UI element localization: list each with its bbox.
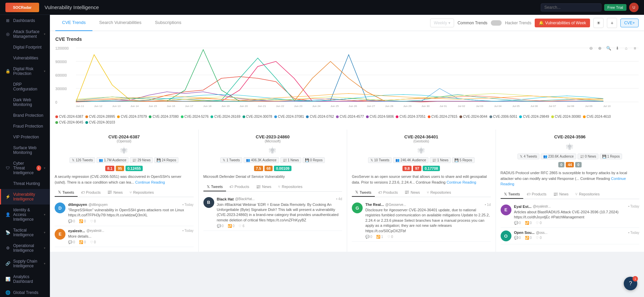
card-tab-repos[interactable]: ⑂ Repositories	[126, 188, 157, 197]
cve-card-header: CVE-2024-3596	[501, 134, 640, 139]
card-tab-tweets[interactable]: 𝕏 Tweets	[203, 183, 226, 191]
menu-icon[interactable]: ≡	[631, 45, 639, 52]
tweet-name: dtbnguyen	[68, 202, 87, 207]
free-trial-button[interactable]: Free Trial	[604, 4, 626, 11]
sidebar-item-analytics[interactable]: 📊 Analytics Dashboard	[0, 271, 50, 287]
vulnerabilities-of-week-button[interactable]: 🔔 Vulnerabilities of Week	[535, 19, 590, 27]
tab-cve-trends[interactable]: CVE Trends	[55, 15, 92, 31]
tweet-reply[interactable]: 💬 0	[68, 240, 75, 244]
cve-card-header: CVE-2023-24860 (Microsoft)	[203, 134, 342, 143]
download-icon[interactable]: ⬇	[614, 45, 621, 52]
sidebar-item-digital-risk[interactable]: 🔒 Digital Risk Protection ▾	[0, 63, 50, 79]
period-selector[interactable]: Weekly ▾	[430, 19, 454, 27]
card-tab-products[interactable]: 🏷 Products	[375, 188, 401, 197]
sidebar-item-cyber-threat[interactable]: 🛡 Cyber Threat Intelligence 1 ▾	[0, 158, 50, 178]
read-more-link[interactable]: Continue Reading	[501, 177, 626, 186]
legend-label: CVE-2024-5806	[370, 115, 394, 118]
cve-card-header: CVE-2024-36401 (Geotools)	[352, 134, 491, 143]
tweet-like[interactable]: ♡ 0	[387, 235, 393, 239]
tweet-like[interactable]: ♡ 0	[536, 221, 541, 225]
card-tab-tweets[interactable]: 𝕏 Tweets	[352, 188, 375, 197]
tweet-like[interactable]: ♡ 0	[90, 240, 96, 244]
sidebar-item-attack-surface[interactable]: ◎ Attack Surface Management ▾	[0, 26, 50, 42]
svg-text:Jun 28: Jun 28	[385, 105, 393, 108]
help-button[interactable]: ? 1	[624, 277, 637, 290]
card-tab-tweets[interactable]: 𝕏 Tweets	[501, 190, 524, 199]
avatar-initial: B	[207, 200, 210, 205]
sidebar-item-vip-protection[interactable]: VIP Protection	[0, 132, 50, 142]
read-more-link[interactable]: Continue Reading	[135, 180, 165, 184]
tweet-retweet[interactable]: 🔁 0	[228, 224, 234, 228]
tab-search-vulnerabilities[interactable]: Search Vulnerabilities	[92, 15, 148, 31]
sidebar-item-threat-hunting[interactable]: Threat Hunting	[0, 178, 50, 189]
sidebar-label: Operational Intelligence	[13, 243, 41, 253]
svg-text:Jun 12: Jun 12	[94, 105, 103, 108]
sidebar-item-vulnerabilities[interactable]: Vulnerabilities	[0, 53, 50, 63]
tweet-retweet[interactable]: 🔁 0	[525, 221, 532, 225]
tweet-reply[interactable]: 💬 0	[68, 219, 75, 223]
tweet-retweet[interactable]: 🔁 0	[79, 240, 86, 244]
zoom-out-icon[interactable]: ⊖	[587, 45, 595, 52]
plus-icon-button[interactable]: +	[607, 18, 617, 28]
sidebar-item-brand-protection[interactable]: Brand Protection	[0, 110, 50, 121]
sidebar-item-operational[interactable]: ⚙ Operational Intelligence ▾	[0, 240, 50, 256]
card-tab-news[interactable]: 📰 News	[401, 188, 423, 197]
card-tab-repos[interactable]: ⑂ Repositories	[572, 190, 603, 199]
card-tab-repos[interactable]: ⑂ Repositories	[423, 188, 454, 197]
legend-dot	[211, 115, 213, 118]
sidebar-item-drp-config[interactable]: DRP Configuration	[0, 79, 50, 94]
tweet-text: Articles about BlastRADIUS Attack CVE-20…	[514, 210, 640, 220]
tweet-like[interactable]: ♡ 0	[536, 236, 541, 240]
avatar[interactable]: U	[629, 3, 639, 12]
magnify-icon[interactable]: 🔍	[605, 45, 612, 52]
sidebar-item-identity-access[interactable]: 👤 Identity & Access Intelligence ▾	[0, 205, 50, 225]
sidebar-item-fraud-protection[interactable]: Fraud Protection	[0, 121, 50, 132]
chevron-icon: ▾	[44, 262, 46, 265]
svg-text:Jul 08: Jul 08	[567, 105, 574, 108]
card-tab-products[interactable]: 🏷 Products	[523, 190, 550, 199]
tweet-retweet[interactable]: 🔁 0	[525, 236, 532, 240]
card-tab-news[interactable]: 📰 News	[550, 190, 572, 199]
sidebar-item-digital-footprint[interactable]: Digital Footprint	[0, 42, 50, 53]
tweet-retweet[interactable]: 🔁 1	[376, 235, 383, 239]
card-tab-repos[interactable]: ⑂ Repositories	[275, 183, 306, 191]
sidebar-item-vuln-intel[interactable]: ⚡ Vulnerability Intelligence	[0, 189, 50, 205]
tab-subscriptions[interactable]: Subscriptions	[148, 15, 188, 31]
tweet-reply[interactable]: 💬 0	[514, 236, 521, 240]
card-tab-news[interactable]: 📰 News	[253, 183, 275, 191]
tweet-like[interactable]: ♡ 0	[90, 219, 96, 223]
sidebar-item-tactical[interactable]: 📡 Tactical Intelligence ▾	[0, 225, 50, 240]
tweet-reply[interactable]: 💬 0	[514, 221, 521, 225]
meta-value: 1 News	[437, 158, 448, 162]
score-badge: 95	[116, 166, 124, 171]
sidebar-item-global-trends[interactable]: 🌐 Global Trends	[0, 287, 50, 297]
card-tab-products[interactable]: 🏷 Products	[78, 188, 104, 197]
tweet-like[interactable]: ♡ 6	[239, 224, 244, 228]
read-more-link[interactable]: Continue Reading	[447, 180, 476, 184]
sidebar-label: Surface Web Monitoring	[13, 145, 46, 155]
sun-icon-button[interactable]: ☀	[593, 18, 604, 28]
svg-text:600000: 600000	[55, 74, 67, 77]
sidebar-label: Digital Risk Protection	[13, 66, 41, 76]
sidebar-item-dark-web[interactable]: Dark Web Monitoring	[0, 94, 50, 110]
card-tab-news[interactable]: 📰 News	[104, 188, 126, 197]
tweet-reply[interactable]: 💬 0	[365, 235, 372, 239]
zoom-in-icon[interactable]: ⊕	[596, 45, 604, 52]
hacker-trends-toggle[interactable]	[491, 20, 502, 26]
tweet-reply[interactable]: 💬 0	[217, 224, 224, 228]
cve-description: A security regression (CVE-2006-5051) wa…	[55, 174, 194, 185]
sidebar-item-supply-chain[interactable]: 🔗 Supply Chain Intelligence ▾	[0, 256, 50, 271]
logo[interactable]: SOCRadar	[5, 3, 39, 12]
common-trends-button[interactable]: Common Trends	[457, 21, 487, 25]
tweet-actions: 💬 0 🔁 0 ♡ 0	[68, 219, 194, 223]
cve-plus-button[interactable]: CVE+	[620, 19, 639, 27]
sidebar-item-surface-web[interactable]: Surface Web Monitoring	[0, 142, 50, 158]
sidebar-item-dashboards[interactable]: ⊞ Dashboards	[0, 15, 50, 26]
card-tab-tweets[interactable]: 𝕏 Tweets	[55, 188, 78, 197]
legend-label: CVE-2024-29849	[523, 115, 549, 118]
tweet-handle: @Geoserve...	[385, 203, 406, 207]
tweet-retweet[interactable]: 🔁 0	[79, 219, 86, 223]
home-icon[interactable]: ⌂	[622, 45, 630, 52]
card-tab-products[interactable]: 🏷 Products	[226, 183, 252, 191]
topbar-search-input[interactable]	[541, 3, 601, 11]
